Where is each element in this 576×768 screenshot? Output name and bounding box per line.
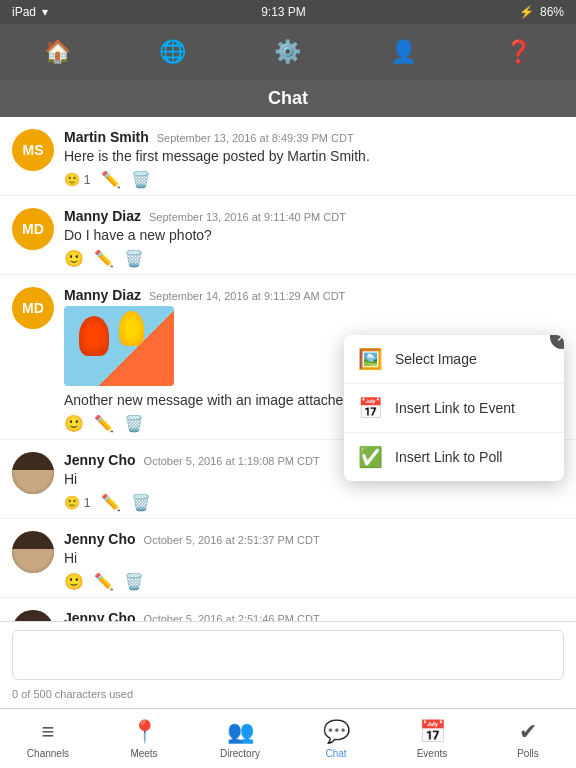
message-header: Jenny Cho October 5, 2016 at 2:51:46 PM … [64, 610, 564, 621]
emoji-icon[interactable]: 🙂 [64, 249, 84, 268]
polls-label: Polls [517, 748, 539, 759]
popup-select-image[interactable]: 🖼️ Select Image [344, 335, 564, 384]
table-row: Jenny Cho October 5, 2016 at 2:51:37 PM … [0, 519, 576, 598]
emoji-icon[interactable]: 🙂 [64, 414, 84, 433]
delete-icon[interactable]: 🗑️ [131, 170, 151, 189]
directory-icon: 👥 [227, 719, 254, 745]
table-row: MS Martin Smith September 13, 2016 at 8:… [0, 117, 576, 196]
avatar-face [12, 452, 54, 494]
message-body: Martin Smith September 13, 2016 at 8:49:… [64, 129, 564, 189]
message-header: Manny Diaz September 14, 2016 at 9:11:29… [64, 287, 564, 303]
message-header: Martin Smith September 13, 2016 at 8:49:… [64, 129, 564, 145]
message-header: Manny Diaz September 13, 2016 at 9:11:40… [64, 208, 564, 224]
message-text: Hi [64, 550, 564, 566]
message-body: Jenny Cho October 5, 2016 at 2:51:46 PM … [64, 610, 564, 621]
chat-content[interactable]: MS Martin Smith September 13, 2016 at 8:… [0, 117, 576, 621]
polls-icon: ✔ [519, 719, 537, 745]
profile-nav-icon[interactable]: 👤 [381, 30, 425, 74]
sidebar-item-events[interactable]: 📅 Events [384, 713, 480, 765]
nav-bar: 🏠 🌐 ⚙️ 👤 ❓ [0, 24, 576, 80]
sidebar-item-polls[interactable]: ✔ Polls [480, 713, 576, 765]
channels-icon: ≡ [42, 719, 55, 745]
message-time: October 5, 2016 at 2:51:37 PM CDT [144, 534, 320, 546]
popup-insert-poll[interactable]: ✅ Insert Link to Poll [344, 433, 564, 481]
carrier-label: iPad [12, 5, 36, 19]
message-author: Martin Smith [64, 129, 149, 145]
message-time: October 5, 2016 at 1:19:08 PM CDT [144, 455, 320, 467]
message-input[interactable] [12, 630, 564, 680]
message-author: Manny Diaz [64, 287, 141, 303]
emoji-icon[interactable]: 🙂 [64, 572, 84, 591]
input-area: 0 of 500 characters used [0, 621, 576, 708]
reaction-emoji[interactable]: 🙂 1 [64, 495, 91, 510]
sidebar-item-meets[interactable]: 📍 Meets [96, 713, 192, 765]
edit-icon[interactable]: ✏️ [101, 170, 121, 189]
message-image [64, 306, 174, 386]
avatar [12, 610, 54, 621]
avatar-hair [12, 610, 54, 621]
sidebar-item-directory[interactable]: 👥 Directory [192, 713, 288, 765]
message-body: Manny Diaz September 13, 2016 at 9:11:40… [64, 208, 564, 268]
page-title: Chat [0, 80, 576, 117]
edit-icon[interactable]: ✏️ [94, 572, 114, 591]
channels-label: Channels [27, 748, 69, 759]
avatar-hair [12, 452, 54, 470]
delete-icon[interactable]: 🗑️ [131, 493, 151, 512]
message-body: Jenny Cho October 5, 2016 at 2:51:37 PM … [64, 531, 564, 591]
bottom-nav: ≡ Channels 📍 Meets 👥 Directory 💬 Chat 📅 … [0, 708, 576, 768]
status-bar: iPad ▾ 9:13 PM ⚡ 86% [0, 0, 576, 24]
chat-icon: 💬 [323, 719, 350, 745]
sidebar-item-chat[interactable]: 💬 Chat [288, 713, 384, 765]
message-author: Manny Diaz [64, 208, 141, 224]
avatar-hair [12, 531, 54, 549]
message-time: September 13, 2016 at 8:49:39 PM CDT [157, 132, 354, 144]
delete-icon[interactable]: 🗑️ [124, 414, 144, 433]
message-time: September 14, 2016 at 9:11:29 AM CDT [149, 290, 345, 302]
balloon-1 [79, 316, 109, 356]
image-icon: 🖼️ [358, 347, 383, 371]
events-icon: 📅 [419, 719, 446, 745]
message-time: October 5, 2016 at 2:51:46 PM CDT [144, 613, 320, 621]
home-nav-icon[interactable]: 🏠 [36, 30, 80, 74]
avatar [12, 531, 54, 573]
avatar: MD [12, 208, 54, 250]
table-row: MD Manny Diaz September 13, 2016 at 9:11… [0, 196, 576, 275]
message-author: Jenny Cho [64, 531, 136, 547]
char-count: 0 of 500 characters used [12, 688, 564, 700]
popup-item-label: Insert Link to Event [395, 400, 515, 416]
status-time: 9:13 PM [261, 5, 306, 19]
avatar-face [12, 610, 54, 621]
event-icon: 📅 [358, 396, 383, 420]
sidebar-item-channels[interactable]: ≡ Channels [0, 713, 96, 765]
bluetooth-icon: ⚡ [519, 5, 534, 19]
avatar: MD [12, 287, 54, 329]
message-author: Jenny Cho [64, 452, 136, 468]
wifi-icon: ▾ [42, 5, 48, 19]
message-actions: 🙂 ✏️ 🗑️ [64, 249, 564, 268]
meets-label: Meets [130, 748, 157, 759]
message-text: Here is the first message posted by Mart… [64, 148, 564, 164]
events-label: Events [417, 748, 448, 759]
globe-nav-icon[interactable]: 🌐 [151, 30, 195, 74]
message-actions: 🙂 1 ✏️ 🗑️ [64, 493, 564, 512]
settings-nav-icon[interactable]: ⚙️ [266, 30, 310, 74]
battery-label: 86% [540, 5, 564, 19]
poll-icon: ✅ [358, 445, 383, 469]
edit-icon[interactable]: ✏️ [94, 249, 114, 268]
delete-icon[interactable]: 🗑️ [124, 249, 144, 268]
directory-label: Directory [220, 748, 260, 759]
message-actions: 🙂 ✏️ 🗑️ [64, 572, 564, 591]
message-text: Do I have a new photo? [64, 227, 564, 243]
edit-icon[interactable]: ✏️ [94, 414, 114, 433]
popup-item-label: Insert Link to Poll [395, 449, 502, 465]
message-author: Jenny Cho [64, 610, 136, 621]
reaction-emoji[interactable]: 🙂 1 [64, 172, 91, 187]
help-nav-icon[interactable]: ❓ [496, 30, 540, 74]
message-time: September 13, 2016 at 9:11:40 PM CDT [149, 211, 346, 223]
delete-icon[interactable]: 🗑️ [124, 572, 144, 591]
avatar: MS [12, 129, 54, 171]
edit-icon[interactable]: ✏️ [101, 493, 121, 512]
table-row: Jenny Cho October 5, 2016 at 2:51:46 PM … [0, 598, 576, 621]
popup-item-label: Select Image [395, 351, 477, 367]
popup-insert-event[interactable]: 📅 Insert Link to Event [344, 384, 564, 433]
